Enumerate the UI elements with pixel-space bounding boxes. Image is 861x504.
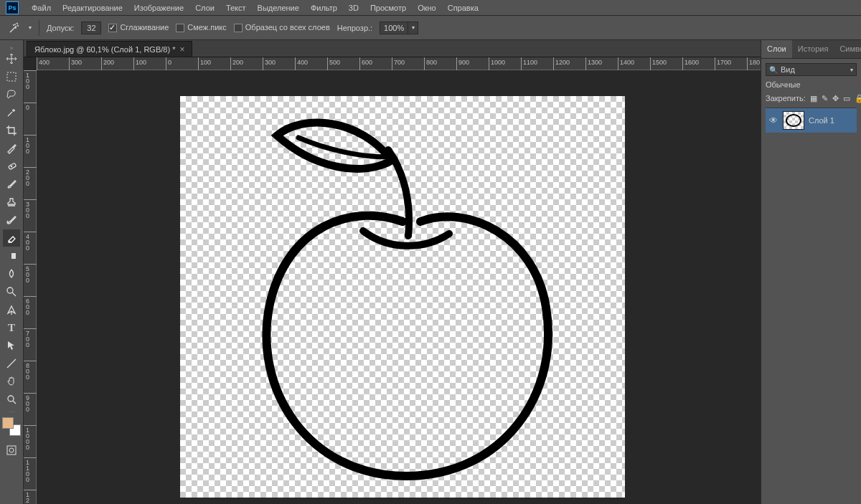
stamp-tool[interactable] — [3, 194, 20, 211]
pen-tool[interactable] — [3, 301, 20, 318]
contiguous-checkbox[interactable]: Смеж.пикс — [176, 23, 226, 32]
layer-filter[interactable]: 🔍 Вид ▾ — [766, 63, 857, 76]
ruler-tick: 1100 — [521, 57, 539, 70]
ruler-tick: 100 — [198, 57, 212, 70]
menu-view[interactable]: Просмотр — [364, 1, 412, 14]
ruler-tick: 100 — [133, 57, 148, 70]
eraser-tool[interactable] — [3, 229, 20, 247]
blend-mode[interactable]: Обычные — [766, 80, 857, 89]
svg-rect-6 — [7, 446, 16, 455]
opacity-input[interactable] — [380, 22, 408, 34]
quick-select-tool[interactable] — [3, 104, 20, 121]
canvas[interactable] — [37, 70, 761, 504]
svg-point-5 — [8, 396, 14, 401]
ruler-tick: 100 — [24, 135, 37, 154]
ruler-tick: 500 — [24, 264, 37, 283]
magic-wand-icon[interactable] — [7, 21, 22, 35]
ruler-tick: 1200 — [553, 57, 571, 70]
layer-list: 👁 Слой 1 — [766, 108, 857, 133]
marquee-tool[interactable] — [3, 68, 20, 85]
menu-help[interactable]: Справка — [442, 1, 484, 14]
menu-text[interactable]: Текст — [220, 1, 252, 14]
line-tool[interactable] — [3, 355, 20, 372]
chevron-down-icon[interactable]: ▾ — [29, 24, 32, 31]
tolerance-label: Допуск: — [47, 24, 74, 32]
ruler-tick: 100 — [24, 70, 37, 90]
panel-tabs: Слои История Символ — [761, 40, 861, 59]
menu-image[interactable]: Изображение — [128, 1, 189, 14]
ruler-tick: 500 — [327, 57, 342, 70]
ruler-tick: 180 — [747, 57, 761, 70]
ruler-tick: 1000 — [489, 57, 507, 70]
visibility-icon[interactable]: 👁 — [768, 115, 778, 125]
quickmask-tool[interactable] — [3, 442, 20, 459]
separator: ⋯ — [4, 409, 19, 413]
crop-tool[interactable] — [3, 122, 20, 139]
menu-file[interactable]: Файл — [26, 1, 57, 14]
apple-artwork — [209, 110, 596, 498]
document-tab[interactable]: Яблоко.jpg @ 60,1% (Слой 1, RGB/8) * × — [27, 41, 192, 57]
ruler-tick: 800 — [424, 57, 438, 70]
lock-brush-icon[interactable]: ✎ — [822, 93, 828, 103]
move-tool[interactable] — [3, 50, 20, 67]
layer-row[interactable]: 👁 Слой 1 — [766, 108, 857, 133]
tab-layers[interactable]: Слои — [761, 40, 792, 58]
horizontal-ruler[interactable]: 4003002001000100200300400500600700800900… — [37, 57, 761, 70]
svg-point-4 — [7, 287, 13, 293]
lock-position-icon[interactable]: ✥ — [832, 93, 839, 103]
lock-label: Закрепить: — [766, 94, 806, 103]
healing-tool[interactable] — [3, 158, 20, 175]
foreground-color[interactable] — [2, 417, 14, 429]
tab-history[interactable]: История — [792, 40, 834, 58]
vertical-ruler[interactable]: 1000100200300400500600700800900100011001… — [24, 70, 37, 504]
ruler-tick: 1100 — [24, 457, 37, 482]
lock-row: Закрепить: ▦ ✎ ✥ ▭ 🔒 — [766, 93, 857, 103]
tolerance-input[interactable] — [81, 22, 101, 34]
ruler-tick: 300 — [69, 57, 83, 70]
ruler-tick: 1500 — [650, 57, 668, 70]
hand-tool[interactable] — [3, 373, 20, 390]
ruler-tick: 300 — [24, 199, 37, 219]
ruler-tick: 900 — [24, 393, 37, 412]
zoom-tool[interactable] — [3, 391, 20, 408]
menu-window[interactable]: Окно — [412, 1, 442, 14]
ruler-tick: 700 — [24, 328, 37, 348]
ruler-tick: 400 — [37, 57, 51, 70]
layer-thumbnail[interactable] — [783, 111, 804, 130]
lasso-tool[interactable] — [3, 86, 20, 103]
menu-3d[interactable]: 3D — [343, 1, 364, 14]
color-swatches[interactable] — [2, 417, 21, 436]
menu-layers[interactable]: Слои — [189, 1, 220, 14]
brush-tool[interactable] — [3, 176, 20, 193]
gradient-tool[interactable] — [3, 247, 20, 265]
ruler-tick: 400 — [24, 232, 37, 251]
menu-filter[interactable]: Фильтр — [305, 1, 343, 14]
main-area: » T ⋯ Яблоко.jpg @ 60,1% (Слой 1, RGB/ — [0, 40, 861, 504]
history-brush-tool[interactable] — [3, 211, 20, 229]
blur-tool[interactable] — [3, 265, 20, 282]
collapse-icon[interactable]: » — [2, 44, 21, 50]
artboard[interactable] — [180, 96, 625, 498]
eyedropper-tool[interactable] — [3, 140, 20, 157]
chevron-down-icon: ▾ — [850, 67, 853, 73]
menu-select[interactable]: Выделение — [252, 1, 305, 14]
menu-edit[interactable]: Редактирование — [57, 1, 128, 14]
lock-pixels-icon[interactable]: ▦ — [810, 93, 817, 103]
tools-panel: » T ⋯ — [0, 40, 24, 504]
ruler-tick: 1300 — [585, 57, 603, 70]
tab-title: Яблоко.jpg @ 60,1% (Слой 1, RGB/8) * — [34, 45, 175, 54]
close-icon[interactable]: × — [179, 44, 184, 54]
lock-all-icon[interactable]: 🔒 — [855, 93, 861, 103]
antialias-checkbox[interactable]: Сглаживание — [108, 23, 169, 32]
ruler-tick: 200 — [230, 57, 245, 70]
lock-artboard-icon[interactable]: ▭ — [843, 93, 850, 103]
type-tool[interactable]: T — [3, 319, 20, 336]
tab-character[interactable]: Символ — [834, 40, 861, 58]
path-select-tool[interactable] — [3, 337, 20, 354]
layer-name[interactable]: Слой 1 — [809, 116, 834, 125]
dodge-tool[interactable] — [3, 283, 20, 300]
sample-all-layers-checkbox[interactable]: Образец со всех слоев — [234, 23, 330, 32]
separator — [39, 20, 39, 36]
opacity-dropdown[interactable]: ▾ — [408, 22, 418, 34]
ruler-tick: 200 — [24, 167, 37, 186]
